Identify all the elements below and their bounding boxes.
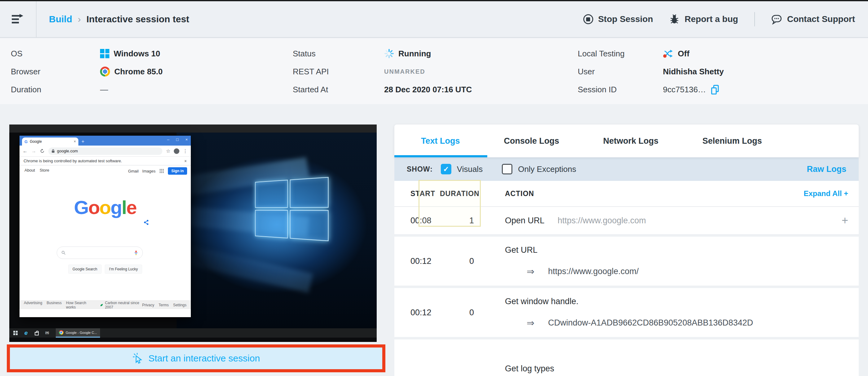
automation-notice: Chrome is being controlled by automated …: [24, 159, 122, 163]
profile-avatar[interactable]: [174, 148, 179, 154]
start-interactive-session-button[interactable]: Start an interactive session: [10, 347, 382, 369]
show-filter-bar: SHOW: ✓ Visuals Only Exceptions Raw Logs: [394, 157, 859, 181]
logs-table-header: START DURATION ACTION Expand All +: [394, 181, 859, 207]
chrome-taskbar-icon: [59, 330, 63, 335]
column-action: ACTION: [505, 190, 804, 198]
log-row[interactable]: 00:12 0 Get URL ⇒ https://www.google.com…: [394, 237, 859, 286]
automation-infobar: Chrome is being controlled by automated …: [20, 157, 191, 165]
logs-tab-bar: Text Logs Console Logs Network Logs Sele…: [394, 125, 859, 157]
logo-letter: g: [111, 197, 122, 218]
logs-panel: Text Logs Console Logs Network Logs Sele…: [394, 125, 859, 376]
copy-icon[interactable]: [710, 85, 720, 94]
browser-value-text: Chrome 85.0: [114, 67, 163, 76]
show-label: SHOW:: [407, 165, 433, 174]
log-duration: 0: [440, 256, 474, 266]
sidebar-toggle-button[interactable]: [0, 1, 36, 37]
local-testing-value: Off: [663, 49, 689, 59]
carbon-neutral-text[interactable]: Carbon neutral since 2007: [105, 301, 142, 309]
privacy-link[interactable]: Privacy: [142, 303, 154, 307]
close-icon[interactable]: ×: [185, 137, 188, 142]
store-icon[interactable]: [33, 328, 40, 338]
local-testing-value-text: Off: [678, 49, 689, 59]
windows-wallpaper: [177, 132, 377, 328]
apps-grid-icon[interactable]: [159, 168, 164, 174]
advertising-link[interactable]: Advertising: [24, 301, 42, 309]
breadcrumb-build-link[interactable]: Build: [49, 14, 72, 25]
feeling-lucky-button[interactable]: I'm Feeling Lucky: [105, 264, 142, 274]
google-doodle-logo: Google: [20, 196, 191, 218]
chrome-window: G Google × + – □ × ← → g: [20, 136, 191, 317]
back-icon[interactable]: ←: [23, 149, 28, 154]
app-header: Build › Interactive session test Stop Se…: [0, 1, 868, 38]
share-icon[interactable]: [144, 219, 149, 225]
log-action-title: Get window handle.: [505, 297, 859, 306]
chrome-icon: [100, 67, 110, 76]
chrome-menu-icon[interactable]: ⋮: [183, 149, 188, 154]
logo-letter: e: [126, 197, 136, 218]
raw-logs-link[interactable]: Raw Logs: [807, 164, 846, 174]
log-duration: 1: [440, 216, 474, 225]
google-search-button[interactable]: Google Search: [68, 264, 102, 274]
edge-icon[interactable]: e: [22, 328, 30, 338]
report-bug-button[interactable]: Report a bug: [669, 14, 738, 25]
expand-all-link[interactable]: Expand All +: [804, 189, 848, 198]
stop-session-button[interactable]: Stop Session: [583, 14, 653, 24]
visuals-checkbox[interactable]: ✓: [441, 164, 451, 175]
remote-desktop-preview[interactable]: G Google × + – □ × ← → g: [9, 125, 377, 342]
log-row[interactable]: 00:13 0 Get log types ⇒ WINDOW browser: [394, 340, 859, 376]
maximize-icon[interactable]: □: [176, 137, 179, 142]
log-row[interactable]: 00:12 0 Get window handle. ⇒ CDwindow-A1…: [394, 288, 859, 337]
about-link[interactable]: About: [25, 168, 35, 173]
logo-letter: l: [122, 197, 126, 218]
new-tab-button[interactable]: +: [82, 139, 84, 144]
log-duration: 0: [440, 308, 474, 317]
gmail-link[interactable]: Gmail: [128, 169, 138, 174]
address-bar[interactable]: google.com: [48, 148, 162, 155]
images-link[interactable]: Images: [142, 169, 156, 174]
contact-support-button[interactable]: Contact Support: [771, 14, 855, 25]
mic-icon[interactable]: [134, 250, 138, 255]
check-icon: ✓: [443, 165, 449, 174]
tab-text-logs[interactable]: Text Logs: [421, 136, 460, 146]
only-exceptions-checkbox[interactable]: [502, 164, 513, 175]
log-row[interactable]: 00:08 1 Open URL https://www.google.com …: [394, 207, 859, 234]
tab-title: Google: [30, 139, 71, 144]
infobar-close-icon[interactable]: ×: [184, 159, 187, 163]
tab-close-icon[interactable]: ×: [74, 139, 76, 144]
how-search-works-link[interactable]: How Search works: [66, 301, 86, 309]
business-link[interactable]: Business: [46, 301, 62, 309]
settings-link[interactable]: Settings: [173, 303, 186, 307]
duration-row: Duration —: [11, 84, 163, 95]
search-icon: [61, 251, 66, 255]
started-at-value: 28 Dec 2020 07:16 UTC: [384, 85, 472, 94]
cursor-click-icon: [132, 353, 143, 364]
google-search-input[interactable]: [57, 247, 143, 259]
expand-row-icon[interactable]: +: [842, 214, 848, 227]
duration-label: Duration: [11, 85, 100, 94]
bookmark-star-icon[interactable]: ☆: [166, 149, 170, 154]
session-id-label: Session ID: [578, 85, 663, 94]
chat-icon: [771, 14, 782, 25]
bug-icon: [669, 14, 680, 25]
tab-console-logs[interactable]: Console Logs: [504, 136, 559, 146]
log-action-url: https://www.google.com: [558, 216, 646, 225]
os-label: OS: [11, 49, 100, 59]
logo-letter: o: [99, 197, 111, 218]
reload-icon[interactable]: [40, 149, 44, 153]
chrome-active-tab[interactable]: G Google ×: [22, 137, 79, 146]
windows-taskbar: e ✉ Google - Google C...: [9, 328, 377, 338]
started-at-row: Started At 28 Dec 2020 07:16 UTC: [293, 84, 472, 95]
mail-icon[interactable]: ✉: [43, 328, 51, 338]
terms-link[interactable]: Terms: [159, 303, 169, 307]
session-info-panel: OS Windows 10 Browser Chrome 85.0 Durati…: [0, 38, 868, 104]
log-action: Get log types ⇒ WINDOW browser: [505, 364, 859, 376]
start-button[interactable]: [12, 328, 19, 338]
sign-in-button[interactable]: Sign in: [168, 167, 187, 175]
tab-network-logs[interactable]: Network Logs: [603, 136, 659, 146]
chrome-taskbar-button[interactable]: Google - Google C...: [56, 328, 100, 338]
forward-icon[interactable]: →: [31, 149, 36, 154]
tab-selenium-logs[interactable]: Selenium Logs: [703, 136, 762, 146]
minimize-icon[interactable]: –: [167, 137, 169, 142]
chrome-tab-strip: G Google × + – □ ×: [20, 136, 191, 146]
store-link[interactable]: Store: [40, 168, 49, 173]
